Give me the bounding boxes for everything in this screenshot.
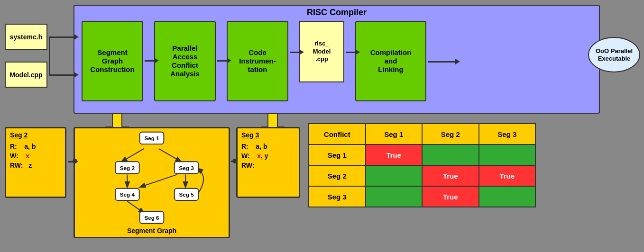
segment-graph-svg: Seg 1 Seg 2 Seg 3 Seg 4 Seg 5 Seg 6 (75, 128, 229, 237)
arrow-files-top (49, 36, 75, 38)
segment-graph-box: SegmentGraphConstruction (82, 21, 143, 101)
risc-title: RISC Compiler (74, 6, 599, 19)
svg-rect-19 (140, 211, 164, 223)
svg-rect-11 (115, 162, 139, 173)
arrow-files-bottom (49, 74, 75, 76)
seg2-w: W: x (10, 152, 61, 160)
risc-compiler-box: RISC Compiler SegmentGraphConstruction P… (74, 5, 600, 114)
svg-line-3 (159, 149, 181, 162)
svg-text:Seg 5: Seg 5 (179, 191, 194, 198)
arrow-comp-oo (428, 61, 456, 63)
code-instr-box: CodeInstrumen-tation (227, 21, 288, 101)
seg2-title: Seg 2 (10, 131, 61, 139)
parallel-access-box: ParallelAccessConflictAnalysis (154, 21, 216, 101)
systemc-file: systemc.h (5, 24, 47, 50)
seg2-r: R: a, b (10, 143, 61, 150)
svg-line-2 (122, 149, 144, 162)
cell-r1-c0 (366, 165, 423, 186)
col-header-seg3: Seg 3 (479, 124, 536, 144)
svg-point-8 (149, 135, 154, 140)
arrow-seg3-sg (231, 161, 238, 162)
seg2-rw: RW: z (10, 162, 61, 169)
svg-text:Seg 2: Seg 2 (120, 165, 135, 171)
table-row: Seg 2 True True (309, 165, 535, 186)
row-label-seg3: Seg 3 (309, 186, 366, 207)
seg2-info-box: Seg 2 R: a, b W: x RW: z (5, 127, 66, 198)
compilation-box: CompilationandLinking (355, 21, 426, 101)
row-label-seg1: Seg 1 (309, 144, 366, 165)
seg3-r: R: a, b (241, 143, 295, 150)
arrow-sg-pa (145, 60, 155, 62)
conflict-table-container: Conflict Seg 1 Seg 2 Seg 3 Seg 1 True Se… (308, 123, 536, 207)
table-row: Seg 3 True (309, 186, 535, 207)
svg-line-7 (127, 201, 144, 213)
segment-graph-label: Segment Graph (75, 227, 229, 234)
arrow-pa-ci (217, 60, 228, 62)
cell-r0-c1 (422, 144, 479, 165)
col-header-seg1: Seg 1 (366, 124, 423, 144)
seg3-rw: RW: (241, 162, 295, 169)
svg-rect-15 (115, 189, 139, 200)
cell-r1-c2: True (479, 165, 536, 186)
svg-rect-17 (175, 189, 199, 200)
model-file: Model.cpp (5, 62, 47, 88)
svg-text:Seg 1: Seg 1 (144, 135, 159, 141)
oo-parallel-oval: OoO ParallelExecutable (588, 37, 640, 72)
cell-r1-c1: True (422, 165, 479, 186)
conflict-table: Conflict Seg 1 Seg 2 Seg 3 Seg 1 True Se… (308, 123, 536, 207)
row-label-seg2: Seg 2 (309, 165, 366, 186)
table-row: Seg 1 True (309, 144, 535, 165)
svg-text:Seg 6: Seg 6 (144, 215, 159, 221)
svg-text:Seg 3: Seg 3 (179, 165, 194, 171)
svg-rect-9 (140, 132, 164, 144)
cell-r2-c1: True (422, 186, 479, 207)
col-header-seg2: Seg 2 (422, 124, 479, 144)
cell-r0-c2 (479, 144, 536, 165)
arrow-rm-comp (346, 52, 356, 53)
svg-text:Seg 4: Seg 4 (120, 191, 135, 198)
seg3-w: W: x, y (241, 152, 295, 160)
arrow-ci-rm (290, 52, 300, 53)
cell-r0-c0: True (366, 144, 423, 165)
dot-seg-graph (73, 159, 77, 163)
risc-model-note: risc_Model.cpp (299, 21, 344, 82)
svg-rect-13 (175, 162, 199, 173)
segment-graph-container: Seg 1 Seg 2 Seg 3 Seg 4 Seg 5 Seg 6 Segm… (74, 127, 230, 238)
seg3-title: Seg 3 (241, 131, 295, 139)
col-header-conflict: Conflict (309, 124, 366, 144)
seg3-info-box: Seg 3 R: a, b W: x, y RW: (236, 127, 300, 198)
cell-r2-c0 (366, 186, 423, 207)
arrow-files-v (49, 36, 50, 76)
cell-r2-c2 (479, 186, 536, 207)
svg-line-5 (140, 174, 177, 187)
